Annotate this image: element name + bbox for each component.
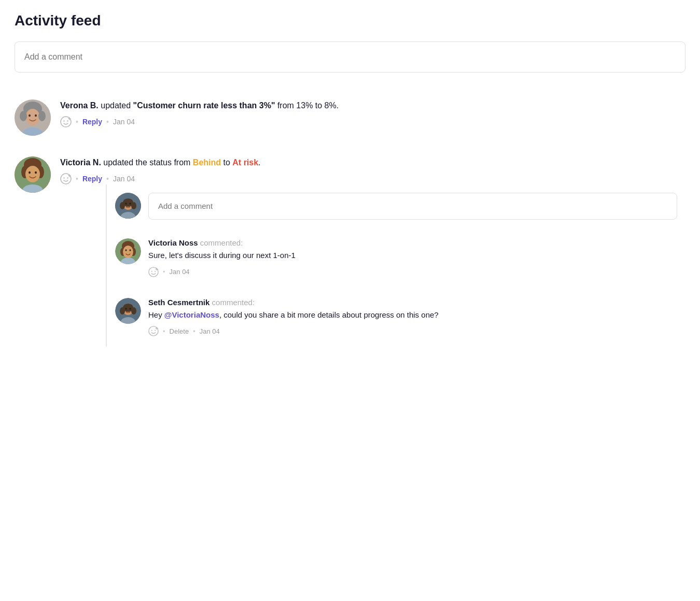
seth-text-pre: Hey (148, 310, 164, 319)
victoria-middle: updated the status from (101, 158, 193, 167)
svg-point-9 (63, 120, 64, 121)
svg-point-51 (131, 307, 136, 314)
victoria-actions: • Reply • Jan 04 (60, 173, 685, 184)
svg-point-4 (38, 111, 46, 121)
victoria-noss-avatar (115, 238, 141, 264)
victoria-noss-rname: Victoria Noss (148, 238, 198, 247)
activity-content-verona: Verona B. updated "Customer churn rate l… (60, 99, 685, 127)
activity-item-victoria: Victoria N. updated the status from Behi… (15, 146, 685, 357)
seth-rname: Seth Cesmertnik (148, 298, 209, 307)
seth-dot2: • (193, 327, 195, 335)
victoria-noss-dot: • (163, 268, 165, 276)
verona-middle: updated (99, 101, 133, 110)
seth-delete-btn[interactable]: Delete (170, 327, 189, 335)
verona-name: Verona B. (60, 101, 99, 110)
svg-point-10 (67, 120, 68, 121)
activity-text-victoria: Victoria N. updated the status from Behi… (60, 156, 685, 169)
seth-text-post: , could you share a bit more details abo… (219, 310, 439, 319)
activity-item-verona: Verona B. updated "Customer churn rate l… (15, 89, 685, 146)
svg-point-53 (130, 308, 131, 309)
victoria-noss-commented: commented: (200, 238, 243, 247)
seth-timestamp: Jan 04 (200, 327, 220, 335)
seth-mention[interactable]: @VictoriaNoss (164, 310, 219, 319)
seth-actions: • Delete • Jan 04 (148, 326, 677, 336)
activity-content-victoria: Victoria N. updated the status from Behi… (60, 156, 685, 347)
victoria-noss-body: Victoria Noss commented: Sure, let's dis… (148, 238, 677, 277)
svg-point-39 (125, 249, 127, 251)
seth-text: Hey @VictoriaNoss, could you share a bit… (148, 309, 677, 321)
svg-point-57 (155, 330, 156, 331)
activity-text-verona: Verona B. updated "Customer churn rate l… (60, 99, 685, 112)
top-comment-input[interactable] (24, 52, 676, 62)
reply-comment-box (107, 184, 685, 228)
activity-list: Verona B. updated "Customer churn rate l… (15, 89, 685, 357)
verona-timestamp: Jan 04 (113, 118, 135, 126)
top-comment-box[interactable] (15, 41, 685, 73)
reply-item-victoria-noss: Victoria Noss commented: Sure, let's dis… (107, 228, 685, 288)
seth-body: Seth Cesmertnik commented: Hey @Victoria… (148, 298, 677, 337)
seth-avatar (115, 298, 141, 324)
victoria-noss-timestamp: Jan 04 (170, 268, 190, 276)
reply-item-seth: Seth Cesmertnik commented: Hey @Victoria… (107, 288, 685, 347)
verona-emoji-add[interactable] (60, 116, 72, 127)
verona-actions: • Reply • Jan 04 (60, 116, 685, 127)
victoria-reply-btn[interactable]: Reply (82, 175, 102, 183)
verona-end: from 13% to 8%. (275, 101, 339, 110)
verona-reply-btn[interactable]: Reply (82, 118, 102, 126)
seth-commented: commented: (212, 298, 255, 307)
verona-quoted: "Customer churn rate less than 3%" (133, 101, 275, 110)
page-title: Activity feed (15, 12, 685, 29)
verona-dot1: • (76, 118, 78, 126)
svg-point-19 (35, 171, 37, 174)
replies-section: Victoria Noss commented: Sure, let's dis… (106, 184, 685, 347)
svg-point-56 (151, 330, 152, 331)
svg-point-29 (120, 202, 125, 209)
victoria-dot2: • (106, 175, 109, 183)
victoria-noss-actions: • Jan 04 (148, 267, 677, 277)
svg-point-5 (29, 115, 31, 117)
svg-point-32 (130, 203, 131, 204)
svg-point-17 (25, 166, 40, 182)
victoria-timestamp: Jan 04 (113, 175, 135, 183)
victoria-dot1: • (76, 175, 78, 183)
svg-point-22 (63, 177, 64, 178)
victoria-emoji-add[interactable] (60, 173, 72, 184)
avatar-verona (15, 99, 51, 136)
victoria-name: Victoria N. (60, 158, 101, 167)
svg-point-38 (123, 246, 133, 258)
victoria-noss-author-line: Victoria Noss commented: (148, 238, 677, 247)
svg-point-50 (120, 307, 125, 314)
victoria-connector: to (221, 158, 232, 167)
svg-point-6 (35, 115, 37, 117)
avatar-victoria (15, 156, 51, 193)
reply-comment-input[interactable] (158, 202, 667, 210)
seth-dot1: • (163, 327, 165, 335)
verona-dot2: • (106, 118, 109, 126)
svg-point-31 (125, 203, 127, 204)
seth-author-line: Seth Cesmertnik commented: (148, 298, 677, 307)
svg-point-43 (151, 270, 152, 271)
svg-point-44 (155, 270, 156, 271)
reply-comment-input-wrap[interactable] (148, 193, 677, 220)
svg-point-2 (25, 109, 40, 125)
seth-emoji-add[interactable] (148, 326, 159, 336)
svg-point-52 (125, 308, 127, 309)
reply-input-avatar (115, 193, 141, 219)
victoria-noss-emoji-add[interactable] (148, 267, 159, 277)
svg-point-40 (130, 249, 131, 251)
victoria-end: . (258, 158, 260, 167)
victoria-noss-text: Sure, let's discuss it during our next 1… (148, 250, 677, 262)
svg-point-23 (67, 177, 68, 178)
svg-point-18 (29, 171, 31, 174)
svg-point-3 (20, 111, 27, 121)
svg-point-30 (131, 202, 136, 209)
victoria-status-behind: Behind (193, 158, 221, 167)
victoria-status-atrisk: At risk (232, 158, 258, 167)
